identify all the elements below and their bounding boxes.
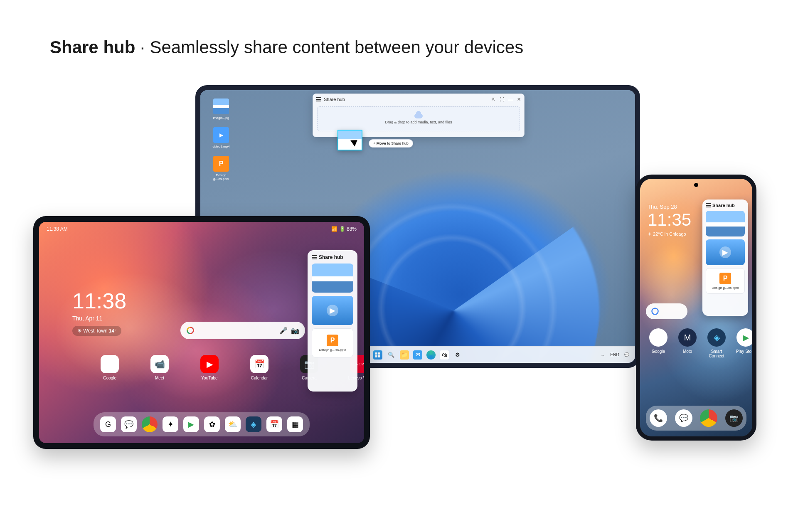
tablet-device: 11:38 AM 📶 🔋 88% 11:38 Thu, Apr 11 ☀ Wes…: [33, 216, 370, 449]
tablet-search-bar[interactable]: 🎤 📷: [180, 322, 305, 339]
app-label: YouTube: [197, 376, 222, 380]
tooltip-move-word: Move: [377, 141, 386, 145]
phone-sharehub-panel[interactable]: Share hub P Design g…es.pptx: [702, 200, 748, 316]
desktop-icon-image[interactable]: image1.jpg: [209, 99, 234, 120]
clock-time: 11:35: [648, 210, 691, 230]
settings-icon[interactable]: ⚙: [453, 350, 462, 360]
tablet-sharehub-panel[interactable]: Share hub P Design g…es.pptx: [308, 250, 357, 392]
dropzone-hint: Drag & drop to add media, text, and file…: [385, 120, 452, 124]
dock-google-icon[interactable]: G: [100, 416, 116, 432]
desktop-icon-label: Design: [209, 173, 234, 177]
hamburger-icon[interactable]: [312, 257, 317, 258]
lens-icon[interactable]: 📷: [291, 327, 299, 335]
app-playstore[interactable]: ▶Play Store: [733, 328, 756, 358]
file-label: Design g…es.pptx: [712, 286, 739, 290]
app-calendar[interactable]: 📅Calendar: [247, 355, 272, 380]
app-meet[interactable]: 📹Meet: [147, 355, 172, 380]
dock-messages-icon[interactable]: 💬: [675, 409, 692, 427]
hamburger-icon[interactable]: [316, 99, 321, 100]
svg-point-1: [652, 308, 658, 315]
sharehub-dropzone[interactable]: Drag & drop to add media, text, and file…: [317, 106, 520, 131]
plus-icon: +: [373, 141, 375, 145]
app-label: Moto: [675, 349, 700, 354]
app-smartconnect[interactable]: ◈Smart Connect: [704, 328, 729, 358]
sharehub-panel-header[interactable]: Share hub: [312, 254, 353, 260]
dock-appdrawer-icon[interactable]: ▦: [287, 416, 303, 432]
headline-rest: Seamlessly share content between your de…: [150, 37, 523, 57]
app-label: Smart Connect: [704, 349, 729, 358]
edge-icon[interactable]: [426, 350, 436, 360]
sharehub-title: Share hub: [324, 97, 345, 102]
share-item-pptx[interactable]: P Design g…es.pptx: [706, 268, 745, 294]
close-icon[interactable]: ✕: [517, 97, 521, 102]
pin-icon[interactable]: ⇱: [492, 97, 495, 102]
dock-messages-icon[interactable]: 💬: [121, 416, 137, 432]
dock-chrome-icon[interactable]: [700, 409, 717, 427]
image-file-icon: [213, 99, 229, 114]
dock-phone-icon[interactable]: 📞: [650, 409, 667, 427]
headline-bold: Share hub: [50, 37, 135, 57]
sharehub-panel-header[interactable]: Share hub: [706, 203, 745, 208]
tablet-dock[interactable]: G 💬 ✦ ▶ ✿ ⛅ ◈ 📅 ▦: [94, 412, 310, 436]
notifications-icon[interactable]: 💬: [624, 352, 629, 357]
share-item-video[interactable]: [312, 296, 353, 325]
mail-icon[interactable]: ✉: [413, 350, 422, 360]
phone-search-bar[interactable]: [646, 303, 687, 319]
share-item-video[interactable]: [706, 239, 745, 265]
desktop-icon-video[interactable]: video1.mp4: [209, 127, 234, 148]
app-label: Meet: [147, 376, 172, 380]
language-indicator[interactable]: ENG: [610, 352, 619, 357]
app-google[interactable]: GGoogle: [97, 355, 122, 380]
search-icon[interactable]: 🔍: [387, 350, 396, 360]
pptx-file-icon: [213, 156, 229, 172]
app-label: Play Store: [733, 349, 756, 354]
desktop-icon-label: image1.jpg: [209, 116, 234, 120]
clock-dayofweek: Thu, Sep 28: [648, 204, 691, 210]
moto-icon: M: [678, 328, 697, 347]
dock-photos-icon[interactable]: ✿: [204, 416, 220, 432]
share-item-photo[interactable]: [312, 264, 353, 293]
dock-weather-icon[interactable]: ⛅: [225, 416, 241, 432]
expand-icon[interactable]: ⛶: [500, 97, 504, 102]
phone-dock[interactable]: 📞 💬 📷: [646, 406, 746, 431]
google-icon: [651, 307, 659, 315]
statusbar-right: 📶 🔋 88%: [331, 226, 357, 232]
dock-chrome-icon[interactable]: [142, 416, 158, 432]
weather-text: ☀ 22°C in Chicago: [648, 232, 691, 237]
dock-calendar-icon[interactable]: 📅: [266, 416, 282, 432]
pptx-icon: P: [327, 335, 338, 346]
camera-punchhole: [694, 183, 698, 187]
app-moto[interactable]: MMoto: [675, 328, 700, 358]
panel-title: Share hub: [712, 203, 735, 208]
phone-clock-widget[interactable]: Thu, Sep 28 11:35 ☀ 22°C in Chicago: [648, 204, 691, 237]
share-item-pptx[interactable]: P Design g…es.pptx: [312, 328, 353, 357]
minimize-icon[interactable]: —: [508, 97, 513, 102]
tooltip-rest: to Share hub: [386, 141, 409, 145]
move-tooltip: + Move to Share hub: [369, 139, 413, 148]
taskbar-right: ︿ ENG 💬: [601, 352, 629, 358]
store-icon[interactable]: 🛍: [440, 350, 449, 360]
mic-icon[interactable]: 🎤: [279, 327, 288, 335]
app-google[interactable]: GGoogle: [646, 328, 671, 358]
page-headline: Share hub · Seamlessly share content bet…: [50, 37, 523, 57]
share-item-photo[interactable]: [706, 211, 745, 236]
smartconnect-icon: ◈: [707, 328, 726, 347]
dock-camera-icon[interactable]: 📷: [725, 409, 743, 427]
dock-playstore-icon[interactable]: ▶: [183, 416, 199, 432]
dock-assistant-icon[interactable]: ✦: [163, 416, 178, 432]
start-button[interactable]: [373, 350, 382, 360]
weather-pill[interactable]: ☀ West Town 14°: [72, 326, 121, 336]
chevron-up-icon[interactable]: ︿: [601, 352, 605, 358]
tablet-clock-widget[interactable]: 11:38 Thu, Apr 11 ☀ West Town 14°: [72, 288, 126, 336]
hamburger-icon[interactable]: [706, 205, 711, 206]
calendar-icon: 📅: [250, 355, 268, 373]
phone-device: Thu, Sep 28 11:35 ☀ 22°C in Chicago GGoo…: [636, 175, 756, 441]
dock-smartconnect-icon[interactable]: ◈: [246, 416, 261, 432]
app-youtube[interactable]: ▶YouTube: [197, 355, 222, 380]
statusbar-time: 11:38 AM: [47, 226, 68, 232]
explorer-icon[interactable]: 📁: [400, 350, 409, 360]
desktop-icon-pptx[interactable]: Design g…es.pptx: [209, 156, 234, 181]
sharehub-titlebar[interactable]: Share hub ⇱ ⛶ — ✕: [313, 94, 524, 105]
app-label: Google: [646, 349, 671, 354]
pptx-icon: P: [719, 273, 731, 284]
